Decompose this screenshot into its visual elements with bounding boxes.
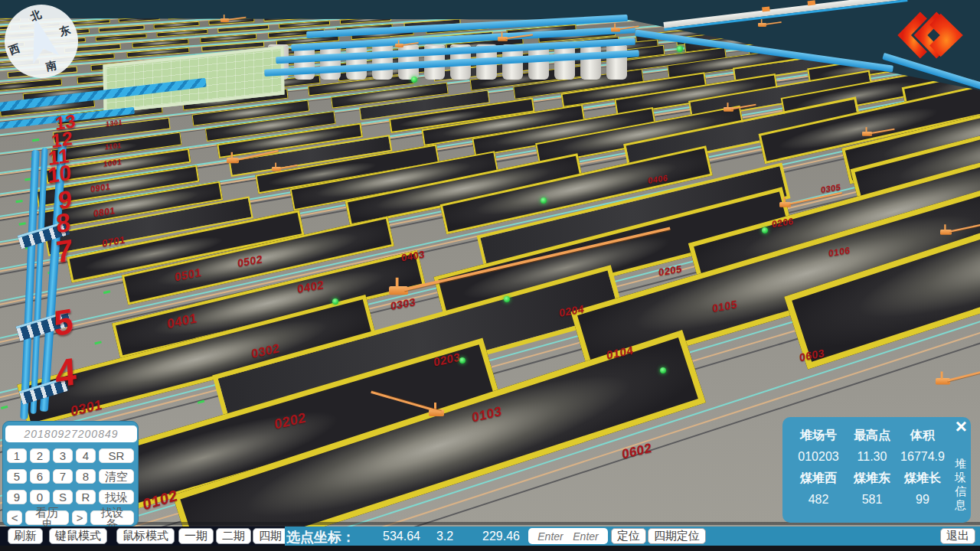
silo bbox=[346, 46, 367, 80]
stacker-mast bbox=[396, 278, 399, 288]
toolbar-button-键鼠模式[interactable]: 键鼠模式 bbox=[49, 528, 107, 544]
info-value-cell: 99 bbox=[897, 492, 948, 507]
toolbar-bottom-strip bbox=[0, 546, 980, 551]
keypad-button-1[interactable]: 1 bbox=[7, 448, 27, 463]
info-value-cell: 581 bbox=[847, 492, 897, 507]
stacker-mast bbox=[727, 103, 729, 108]
stacker-reclaimer[interactable] bbox=[429, 409, 444, 416]
coord-value-3: 229.46 bbox=[482, 530, 520, 543]
keypad-button-6[interactable]: 6 bbox=[30, 469, 50, 484]
stacker-mast bbox=[275, 163, 276, 168]
stacker-mast bbox=[614, 24, 616, 28]
selected-point-coords-label: 选点坐标： bbox=[286, 528, 355, 546]
info-header-cell: 体积 bbox=[897, 428, 948, 443]
keypad-button-9[interactable]: 9 bbox=[7, 490, 27, 504]
keypad-button->[interactable]: > bbox=[72, 510, 87, 525]
keypad-row: 1234SR bbox=[5, 448, 136, 463]
info-header-cell: 最高点 bbox=[847, 428, 897, 443]
status-dot bbox=[504, 296, 510, 302]
stack-info-side-label: 堆垛信息 bbox=[954, 457, 967, 512]
keypad-button-2[interactable]: 2 bbox=[30, 448, 50, 463]
compass: 北 东 南 西 bbox=[5, 5, 78, 78]
keypad-button-4[interactable]: 4 bbox=[76, 448, 96, 463]
stacker-reclaimer[interactable] bbox=[724, 107, 733, 112]
info-header-cell: 煤堆东 bbox=[847, 471, 897, 486]
status-dot bbox=[541, 197, 547, 204]
stacker-mast bbox=[783, 197, 785, 203]
enter-input-2[interactable] bbox=[564, 528, 608, 544]
row-number-label: 5 bbox=[53, 300, 74, 344]
keypad-button-0[interactable]: 0 bbox=[30, 490, 50, 504]
keypad-button-SR[interactable]: SR bbox=[99, 448, 134, 463]
stacker-mast bbox=[941, 371, 943, 379]
stacker-mast bbox=[944, 224, 946, 230]
info-header-cell: 煤堆西 bbox=[790, 471, 847, 486]
toolbar-button-一期[interactable]: 一期 bbox=[178, 528, 214, 544]
stacker-mast bbox=[866, 127, 867, 132]
toolbar-left-group: 刷新键鼠模式鼠标模式一期二期四期 bbox=[0, 527, 285, 546]
toolbar-button-四期定位[interactable]: 四期定位 bbox=[648, 528, 706, 544]
keypad-row: <看历史>找设备 bbox=[5, 510, 136, 525]
stacker-mast bbox=[231, 152, 233, 158]
status-dot bbox=[332, 298, 338, 305]
coord-value-2: 3.2 bbox=[436, 530, 453, 543]
history-input[interactable] bbox=[5, 425, 137, 442]
status-dot bbox=[660, 367, 666, 373]
stacker-reclaimer[interactable] bbox=[227, 158, 239, 163]
stacker-reclaimer[interactable] bbox=[272, 167, 281, 171]
keypad-row: 90SR找垛 bbox=[5, 490, 136, 504]
stacker-mast bbox=[224, 15, 225, 19]
keypad-button-看历史[interactable]: 看历史 bbox=[25, 510, 69, 525]
stacker-reclaimer[interactable] bbox=[940, 230, 952, 235]
row-number-label: 4 bbox=[54, 349, 78, 397]
toolbar-button-定位[interactable]: 定位 bbox=[611, 528, 646, 544]
stacker-mast bbox=[398, 40, 400, 44]
stacker-reclaimer[interactable] bbox=[220, 18, 229, 22]
keypad-button-找设备[interactable]: 找设备 bbox=[90, 510, 134, 525]
stacker-reclaimer[interactable] bbox=[862, 132, 872, 136]
status-dot bbox=[459, 357, 466, 364]
stacker-reclaimer[interactable] bbox=[758, 23, 766, 27]
info-value-cell: 010203 bbox=[790, 449, 847, 465]
keypad-button-3[interactable]: 3 bbox=[53, 448, 73, 463]
company-logo-icon bbox=[894, 9, 971, 64]
stacker-reclaimer[interactable] bbox=[395, 44, 403, 47]
silo bbox=[320, 46, 341, 80]
info-value-cell: 482 bbox=[790, 492, 847, 507]
info-header-cell: 煤堆长 bbox=[897, 471, 948, 486]
stacker-reclaimer[interactable] bbox=[498, 37, 508, 41]
info-value-cell: 16774.9 bbox=[897, 449, 948, 465]
status-dot bbox=[677, 46, 683, 52]
toolbar-button-二期[interactable]: 二期 bbox=[216, 528, 251, 544]
keypad-button-清空[interactable]: 清空 bbox=[99, 469, 134, 484]
exit-button[interactable]: 退出 bbox=[940, 528, 975, 544]
stacker-reclaimer[interactable] bbox=[389, 286, 408, 295]
keypad-button-S[interactable]: S bbox=[53, 490, 73, 504]
info-header-cell: 堆场号 bbox=[790, 428, 847, 443]
info-value-cell: 11.30 bbox=[847, 449, 897, 465]
coal-yard-3d-app: 1312111098754130111011001090108010701050… bbox=[0, 0, 980, 551]
row-number-label: 7 bbox=[55, 233, 74, 270]
toolbar-button-四期[interactable]: 四期 bbox=[253, 528, 288, 544]
keypad-button-7[interactable]: 7 bbox=[53, 469, 73, 484]
toolbar-button-鼠标模式[interactable]: 鼠标模式 bbox=[116, 528, 175, 544]
stacker-reclaimer[interactable] bbox=[779, 202, 791, 207]
stacker-mast bbox=[761, 19, 763, 24]
silo bbox=[554, 46, 575, 80]
silo bbox=[528, 46, 549, 80]
toolbar-right-group: 选点坐标： 退出 534.643.2229.46定位四期定位 bbox=[285, 527, 980, 546]
close-icon[interactable]: × bbox=[956, 416, 967, 438]
stacker-reclaimer[interactable] bbox=[936, 378, 950, 385]
status-dot bbox=[762, 227, 768, 233]
stack-info-panel: 堆场号最高点体积01020311.3016774.9煤堆西煤堆东煤堆长48258… bbox=[782, 417, 971, 523]
keypad-button-5[interactable]: 5 bbox=[7, 469, 27, 484]
keypad-button-R[interactable]: R bbox=[76, 490, 96, 504]
bottom-toolbar: 刷新键鼠模式鼠标模式一期二期四期 选点坐标： 退出 534.643.2229.4… bbox=[0, 527, 980, 551]
keypad-button-找垛[interactable]: 找垛 bbox=[99, 490, 134, 504]
keypad-button-<[interactable]: < bbox=[7, 510, 22, 525]
keypad-button-8[interactable]: 8 bbox=[76, 469, 96, 484]
stacker-reclaimer[interactable] bbox=[611, 28, 620, 31]
coord-value-1: 534.64 bbox=[383, 530, 420, 543]
keypad-panel: 1234SR5678清空90SR找垛<看历史>找设备 bbox=[2, 421, 139, 527]
toolbar-button-刷新[interactable]: 刷新 bbox=[8, 528, 43, 544]
